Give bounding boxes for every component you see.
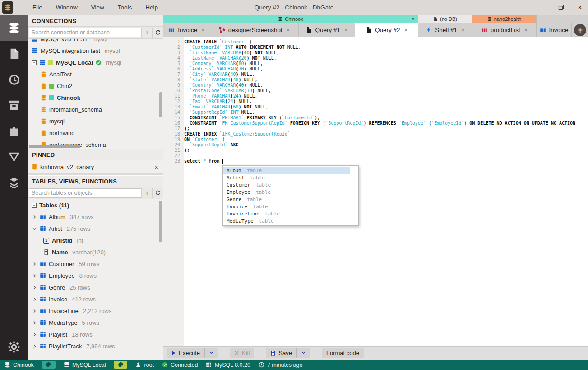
collapse-expander[interactable]: − xyxy=(32,203,37,208)
table-row[interactable]: Album347 rows xyxy=(28,211,163,223)
tab-group-noDB[interactable]: (no DB) xyxy=(418,15,472,23)
format-code-button[interactable]: Format code xyxy=(322,348,364,358)
sidebar-item-history[interactable] xyxy=(0,66,28,92)
kill-button[interactable]: Kill xyxy=(230,348,254,358)
tab-Query2[interactable]: Query #2× xyxy=(355,23,418,37)
unpin-close-icon[interactable]: × xyxy=(154,163,158,171)
save-options-button[interactable] xyxy=(297,350,310,356)
sql-editor[interactable]: 1234567891011121314151617181920212223 CR… xyxy=(163,37,588,346)
sidebar-item-settings[interactable] xyxy=(8,338,20,356)
close-tab-icon[interactable]: × xyxy=(201,27,205,33)
chevron-right-icon[interactable] xyxy=(32,215,37,220)
connection-list-item[interactable]: northwind xyxy=(28,127,163,139)
connection-list-item[interactable]: Chinook xyxy=(28,92,163,103)
chevron-right-icon[interactable] xyxy=(32,320,37,325)
autocomplete-item-InvoiceLine[interactable]: InvoiceLinetable xyxy=(223,210,350,217)
connection-list-item[interactable]: MySQL WD TESTmysql xyxy=(28,39,163,45)
chevron-right-icon[interactable] xyxy=(32,262,37,267)
connection-list-item[interactable]: Chin2 xyxy=(28,80,163,92)
collapse-expander[interactable]: − xyxy=(32,60,37,65)
status-item: MySQL Local xyxy=(64,362,106,368)
table-row[interactable]: Artist275 rows xyxy=(28,223,163,234)
tab-Invoice[interactable]: Invoice xyxy=(537,23,572,37)
color-badge[interactable] xyxy=(42,361,56,369)
chevron-right-icon[interactable] xyxy=(32,285,37,290)
table-row[interactable]: PlaylistTrack7,994 rows xyxy=(28,340,163,352)
chevron-right-icon[interactable] xyxy=(32,273,37,278)
restore-button[interactable] xyxy=(557,4,565,11)
tab-Invoice[interactable]: Invoice× xyxy=(163,23,210,37)
pinned-item[interactable]: knihovna_v2_canary× xyxy=(28,160,163,173)
table-row[interactable]: Customer59 rows xyxy=(28,258,163,270)
column-row[interactable]: Namevarchar(120) xyxy=(28,246,163,258)
connections-vscrollbar[interactable] xyxy=(159,92,162,117)
table-row[interactable]: MediaType5 rows xyxy=(28,317,163,328)
code-line: ); xyxy=(184,148,588,153)
autocomplete-item-Artist[interactable]: Artisttable xyxy=(223,174,350,181)
refresh-tables-button[interactable] xyxy=(152,188,163,198)
connections-hscrollbar[interactable] xyxy=(29,145,80,148)
tab-Shell1[interactable]: Shell #1× xyxy=(418,23,472,37)
sidebar-item-cell-data[interactable] xyxy=(0,169,28,195)
chevron-right-icon[interactable] xyxy=(32,344,37,349)
close-button[interactable]: × xyxy=(576,4,583,11)
sidebar-item-files[interactable] xyxy=(0,41,28,66)
table-row[interactable]: Genre25 rows xyxy=(28,281,163,293)
connections-search-input[interactable] xyxy=(29,28,141,37)
refresh-connections-button[interactable] xyxy=(152,28,163,38)
menu-tools[interactable]: Tools xyxy=(111,4,139,11)
tab-productList[interactable]: productList× xyxy=(472,23,537,37)
column-row[interactable]: 1ArtistIdint xyxy=(28,234,163,246)
connection-list-item[interactable]: MySQL integration testmysql xyxy=(28,45,163,56)
minimize-button[interactable]: ─ xyxy=(538,4,546,11)
color-badge[interactable] xyxy=(114,361,127,369)
close-tab-icon[interactable]: × xyxy=(404,27,407,33)
tab-group-Chinook[interactable]: Chinook× xyxy=(163,15,418,23)
close-tab-icon[interactable]: × xyxy=(461,27,465,33)
menu-help[interactable]: Help xyxy=(139,4,165,11)
connection-list-item[interactable]: information_schema xyxy=(28,103,163,115)
sidebar-item-plugins[interactable] xyxy=(0,118,28,144)
chevron-right-icon[interactable] xyxy=(32,309,37,314)
tables-vscrollbar[interactable] xyxy=(159,201,162,242)
close-group-icon[interactable]: × xyxy=(412,16,415,22)
autocomplete-item-MediaType[interactable]: MediaTypetable xyxy=(223,217,350,225)
menu-view[interactable]: View xyxy=(84,4,111,11)
autocomplete-item-Customer[interactable]: Customertable xyxy=(223,181,350,188)
menu-file[interactable]: File xyxy=(26,4,49,11)
connection-list-item[interactable]: mysql xyxy=(28,115,163,127)
tab-designerScreenshot[interactable]: designerScreenshot× xyxy=(210,23,299,37)
tab-group-nano2health[interactable]: nano2health xyxy=(472,15,537,23)
save-button[interactable]: Save xyxy=(266,348,296,358)
table-row[interactable]: Playlist18 rows xyxy=(28,328,163,340)
sidebar-item-archive[interactable] xyxy=(0,92,28,118)
close-tab-icon[interactable]: × xyxy=(344,27,348,33)
tables-search-input[interactable] xyxy=(29,188,141,198)
close-tab-icon[interactable]: × xyxy=(287,27,290,33)
tables-root-row[interactable]: −Tables (11) xyxy=(28,199,163,211)
chevron-right-icon[interactable] xyxy=(32,332,37,337)
menu-window[interactable]: Window xyxy=(49,4,84,11)
table-row[interactable]: Employee8 rows xyxy=(28,270,163,281)
chevron-glyph xyxy=(32,297,37,302)
add-table-button[interactable]: + xyxy=(141,188,152,198)
autocomplete-item-Employee[interactable]: Employeetable xyxy=(223,188,350,196)
autocomplete-item-Genre[interactable]: Genretable xyxy=(223,196,350,203)
sidebar-item-query-designer[interactable] xyxy=(0,144,28,169)
tab-Query1[interactable]: Query #1× xyxy=(299,23,355,37)
new-tab-button[interactable]: + xyxy=(574,24,586,36)
close-tab-icon[interactable]: × xyxy=(524,27,528,33)
connection-list-item[interactable]: −MySQL Localmysql xyxy=(28,56,163,68)
table-row[interactable]: InvoiceLine2,212 rows xyxy=(28,305,163,317)
table-row[interactable]: Invoice412 rows xyxy=(28,293,163,305)
execute-options-button[interactable] xyxy=(205,350,218,356)
autocomplete-item-Invoice[interactable]: Invoicetable xyxy=(223,203,350,210)
chevron-down-icon[interactable] xyxy=(32,226,37,231)
autocomplete-item-Album[interactable]: Albumtable xyxy=(223,167,350,174)
connection-list-item[interactable]: AnalTest xyxy=(28,68,163,80)
sidebar-item-connections[interactable] xyxy=(0,15,28,41)
add-connection-button[interactable]: + xyxy=(141,28,152,38)
chevron-right-icon[interactable] xyxy=(32,297,37,302)
line-number: 2 xyxy=(163,45,180,50)
execute-button[interactable]: Execute xyxy=(167,348,204,358)
